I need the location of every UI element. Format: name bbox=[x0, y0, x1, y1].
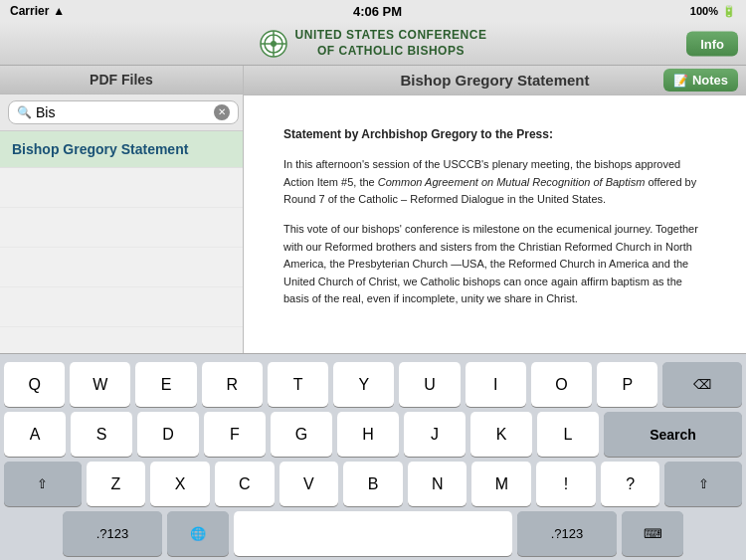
keyboard: Q W E R T Y U I O P ⌫ A S D F G H J K L … bbox=[0, 354, 746, 560]
file-list: Bishop Gregory Statement bbox=[0, 131, 243, 353]
pdf-content: Statement by Archbishop Gregory to the P… bbox=[244, 95, 746, 353]
key-q[interactable]: Q bbox=[4, 362, 65, 407]
key-z[interactable]: Z bbox=[87, 462, 146, 506]
key-o[interactable]: O bbox=[531, 362, 592, 407]
left-panel: PDF Files 🔍 ✕ Cancel Bishop Gregory Stat… bbox=[0, 66, 244, 353]
globe-key[interactable]: 🌐 bbox=[167, 511, 229, 556]
status-right: 100% 🔋 bbox=[690, 5, 736, 18]
key-e[interactable]: E bbox=[135, 362, 196, 407]
list-item[interactable]: Bishop Gregory Statement bbox=[0, 131, 243, 168]
right-panel-header: Bishop Gregory Statement 📝 Notes bbox=[244, 66, 746, 95]
search-icon: 🔍 bbox=[17, 105, 32, 119]
pdf-heading: Statement by Archbishop Gregory to the P… bbox=[283, 125, 706, 144]
left-panel-title: PDF Files bbox=[0, 66, 243, 94]
status-time: 4:06 PM bbox=[353, 4, 402, 19]
pdf-paragraph-1: In this afternoon's session of the USCCB… bbox=[283, 156, 706, 209]
org-logo-icon bbox=[260, 30, 287, 58]
list-item-empty bbox=[0, 287, 243, 327]
pdf-paragraph-2: This vote of our bishops' conference is … bbox=[283, 221, 706, 308]
battery-icon: 🔋 bbox=[722, 5, 736, 18]
keyboard-row-1: Q W E R T Y U I O P ⌫ bbox=[4, 362, 742, 407]
key-c[interactable]: C bbox=[215, 462, 275, 506]
key-w[interactable]: W bbox=[70, 362, 130, 407]
key-v[interactable]: V bbox=[280, 462, 339, 506]
space-key[interactable] bbox=[234, 511, 512, 556]
key-y[interactable]: Y bbox=[333, 362, 394, 407]
status-bar: Carrier ▲ 4:06 PM 100% 🔋 bbox=[0, 0, 746, 22]
svg-point-4 bbox=[271, 41, 277, 47]
key-g[interactable]: G bbox=[271, 412, 332, 457]
list-item-empty bbox=[0, 248, 243, 287]
shift-key-right[interactable]: ⇧ bbox=[664, 462, 742, 506]
battery-label: 100% bbox=[690, 5, 718, 17]
key-i[interactable]: I bbox=[466, 362, 526, 407]
org-name: United States Conference of Catholic Bis… bbox=[295, 28, 487, 59]
keyboard-row-3: ⇧ Z X C V B N M ! ? ⇧ bbox=[4, 462, 742, 506]
notes-button[interactable]: 📝 Notes bbox=[663, 69, 738, 92]
hide-keyboard-key[interactable]: ⌨ bbox=[622, 511, 683, 556]
app-header: United States Conference of Catholic Bis… bbox=[0, 22, 746, 66]
numbers-key-right[interactable]: .?123 bbox=[517, 511, 617, 556]
keyboard-row-2: A S D F G H J K L Search bbox=[4, 412, 742, 457]
key-p[interactable]: P bbox=[597, 362, 657, 407]
clear-search-button[interactable]: ✕ bbox=[214, 104, 230, 120]
key-l[interactable]: L bbox=[537, 412, 599, 457]
shift-key[interactable]: ⇧ bbox=[4, 462, 82, 506]
key-d[interactable]: D bbox=[137, 412, 199, 457]
wifi-icon: ▲ bbox=[53, 4, 65, 18]
carrier-label: Carrier bbox=[10, 4, 49, 18]
search-input-wrapper[interactable]: 🔍 ✕ bbox=[8, 100, 239, 124]
right-panel: Bishop Gregory Statement 📝 Notes Stateme… bbox=[244, 66, 746, 353]
notes-icon: 📝 bbox=[673, 74, 688, 88]
list-item-empty bbox=[0, 168, 243, 208]
numbers-key-left[interactable]: .?123 bbox=[63, 511, 162, 556]
key-question[interactable]: ? bbox=[601, 462, 660, 506]
key-b[interactable]: B bbox=[343, 462, 403, 506]
list-item-empty bbox=[0, 208, 243, 248]
key-n[interactable]: N bbox=[408, 462, 467, 506]
key-x[interactable]: X bbox=[150, 462, 210, 506]
info-button[interactable]: Info bbox=[686, 31, 738, 56]
key-m[interactable]: M bbox=[471, 462, 531, 506]
key-a[interactable]: A bbox=[4, 412, 66, 457]
key-t[interactable]: T bbox=[268, 362, 328, 407]
search-key[interactable]: Search bbox=[604, 412, 742, 457]
search-bar: 🔍 ✕ Cancel bbox=[0, 94, 243, 131]
key-u[interactable]: U bbox=[399, 362, 460, 407]
key-s[interactable]: S bbox=[71, 412, 132, 457]
key-f[interactable]: F bbox=[204, 412, 266, 457]
status-left: Carrier ▲ bbox=[10, 4, 65, 18]
search-input[interactable] bbox=[36, 104, 210, 120]
key-exclamation[interactable]: ! bbox=[536, 462, 596, 506]
key-h[interactable]: H bbox=[337, 412, 399, 457]
keyboard-row-4: .?123 🌐 .?123 ⌨ bbox=[4, 511, 742, 556]
main-content: PDF Files 🔍 ✕ Cancel Bishop Gregory Stat… bbox=[0, 66, 746, 354]
org-logo: United States Conference of Catholic Bis… bbox=[260, 28, 487, 59]
backspace-key[interactable]: ⌫ bbox=[662, 362, 742, 407]
key-j[interactable]: J bbox=[404, 412, 466, 457]
key-r[interactable]: R bbox=[202, 362, 263, 407]
key-k[interactable]: K bbox=[470, 412, 532, 457]
document-title: Bishop Gregory Statement bbox=[400, 72, 589, 89]
